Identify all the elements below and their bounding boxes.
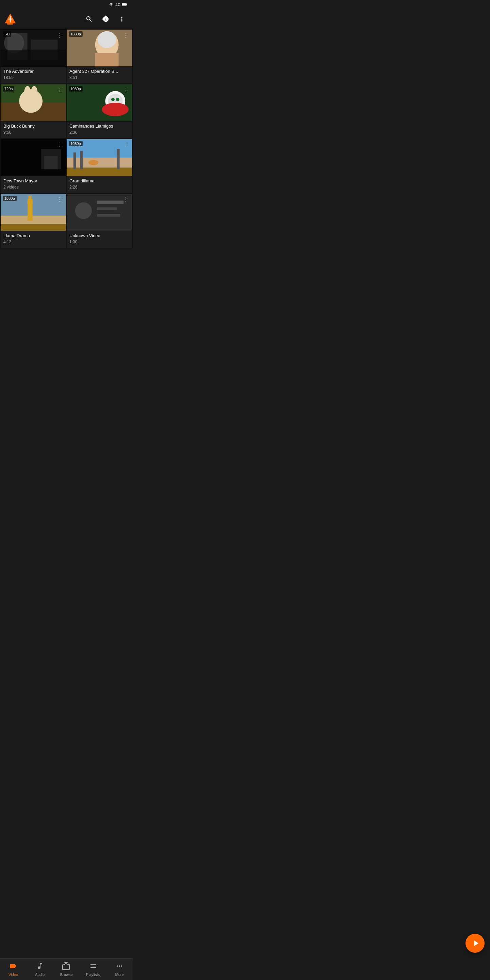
svg-rect-39 — [1, 224, 66, 231]
video-info-lastitem: Unknown Video 1:30 — [67, 231, 132, 248]
video-info-dewtown: Dew Town Mayor 2 videos — [1, 176, 66, 193]
video-meta-dewtown: 2 videos — [3, 185, 63, 189]
svg-rect-32 — [67, 167, 132, 176]
video-card-agent327[interactable]: 1080p ⋮ Agent 327 Operation B... 3:51 — [67, 29, 132, 83]
video-info-llama: Llama Drama 4:12 — [1, 231, 66, 248]
video-more-btn-caminandes[interactable]: ⋮ — [121, 86, 130, 95]
quality-badge-caminandes: 1080p — [69, 86, 83, 92]
svg-point-24 — [111, 98, 115, 101]
video-card-bigbuckbunny[interactable]: 720p ⋮ Big Buck Bunny 9:56 — [1, 84, 66, 138]
video-meta-agent327: 3:51 — [69, 75, 129, 80]
video-meta-bigbuckbunny: 9:56 — [3, 130, 63, 135]
video-title-caminandes: Caminandes Llamigos — [69, 124, 129, 129]
video-grid: SD ⋮ The Adventurer 18:59 1080p ⋮ Agent … — [0, 29, 133, 248]
video-title-grandillama: Gran dillama — [69, 178, 129, 184]
quality-badge-llama: 1080p — [3, 196, 17, 201]
svg-rect-38 — [1, 216, 66, 224]
svg-point-18 — [19, 89, 43, 113]
svg-rect-15 — [95, 53, 119, 66]
history-button[interactable] — [99, 12, 112, 26]
video-title-bigbuckbunny: Big Buck Bunny — [3, 124, 63, 129]
video-card-lastitem[interactable]: ⋮ Unknown Video 1:30 — [67, 194, 132, 248]
wifi-icon — [108, 2, 114, 8]
svg-rect-48 — [97, 214, 121, 217]
svg-rect-35 — [117, 149, 120, 169]
svg-point-25 — [116, 98, 119, 101]
video-info-bigbuckbunny: Big Buck Bunny 9:56 — [1, 121, 66, 138]
video-title-agent327: Agent 327 Operation B... — [69, 69, 129, 75]
video-title-dewtown: Dew Town Mayor — [3, 178, 63, 184]
svg-rect-41 — [27, 199, 33, 204]
quality-badge-grandillama: 1080p — [69, 141, 83, 146]
video-card-llama[interactable]: 1080p ⋮ Llama Drama 4:12 — [1, 194, 66, 248]
signal-icon: 4G — [115, 3, 121, 7]
video-meta-adventurer: 18:59 — [3, 75, 63, 80]
video-info-agent327: Agent 327 Operation B... 3:51 — [67, 67, 132, 83]
svg-rect-33 — [73, 153, 76, 169]
battery-icon — [122, 2, 127, 8]
video-more-btn-lastitem[interactable]: ⋮ — [121, 195, 130, 205]
svg-point-14 — [98, 31, 116, 48]
video-more-btn-llama[interactable]: ⋮ — [55, 195, 65, 205]
search-button[interactable] — [82, 12, 96, 26]
app-bar-actions — [82, 12, 129, 26]
video-meta-llama: 4:12 — [3, 240, 63, 244]
svg-point-45 — [75, 202, 92, 219]
video-title-adventurer: The Adventurer — [3, 69, 63, 75]
video-more-btn-adventurer[interactable]: ⋮ — [55, 30, 65, 40]
svg-rect-11 — [1, 50, 66, 66]
video-meta-grandillama: 2:26 — [69, 185, 129, 189]
svg-rect-1 — [126, 4, 127, 5]
quality-badge-agent327: 1080p — [69, 31, 83, 37]
svg-point-19 — [24, 86, 31, 99]
overflow-menu-button[interactable] — [115, 12, 129, 26]
video-more-btn-dewtown[interactable]: ⋮ — [55, 140, 65, 150]
quality-badge-adventurer: SD — [3, 31, 11, 37]
video-card-adventurer[interactable]: SD ⋮ The Adventurer 18:59 — [1, 29, 66, 83]
app-bar — [0, 10, 133, 29]
svg-rect-43 — [30, 195, 32, 199]
video-title-lastitem: Unknown Video — [69, 233, 129, 239]
svg-point-26 — [102, 103, 129, 116]
video-card-dewtown[interactable]: ⋮ Dew Town Mayor 2 videos — [1, 139, 66, 193]
svg-rect-46 — [97, 200, 124, 204]
video-more-btn-grandillama[interactable]: ⋮ — [121, 140, 130, 150]
svg-rect-29 — [44, 156, 57, 169]
svg-rect-2 — [122, 3, 126, 5]
svg-rect-34 — [80, 151, 83, 169]
svg-rect-4 — [7, 24, 13, 25]
svg-point-36 — [89, 160, 99, 165]
status-bar: 4G — [0, 0, 133, 10]
svg-rect-47 — [97, 207, 117, 210]
video-meta-caminandes: 2:30 — [69, 130, 129, 135]
content-scroll: SD ⋮ The Adventurer 18:59 1080p ⋮ Agent … — [0, 29, 133, 270]
video-meta-lastitem: 1:30 — [69, 240, 129, 244]
quality-badge-bigbuckbunny: 720p — [3, 86, 14, 92]
svg-rect-42 — [29, 195, 30, 199]
video-card-caminandes[interactable]: 1080p ⋮ Caminandes Llamigos 2:30 — [67, 84, 132, 138]
svg-point-20 — [31, 86, 38, 99]
video-info-grandillama: Gran dillama 2:26 — [67, 176, 132, 193]
video-more-btn-bigbuckbunny[interactable]: ⋮ — [55, 86, 65, 95]
video-info-caminandes: Caminandes Llamigos 2:30 — [67, 121, 132, 138]
video-more-btn-agent327[interactable]: ⋮ — [121, 30, 130, 40]
vlc-logo — [4, 13, 16, 25]
svg-rect-31 — [67, 158, 132, 168]
status-icons: 4G — [108, 2, 127, 8]
video-info-adventurer: The Adventurer 18:59 — [1, 67, 66, 83]
video-card-grandillama[interactable]: 1080p ⋮ Gran dillama 2:26 — [67, 139, 132, 193]
video-title-llama: Llama Drama — [3, 233, 63, 239]
